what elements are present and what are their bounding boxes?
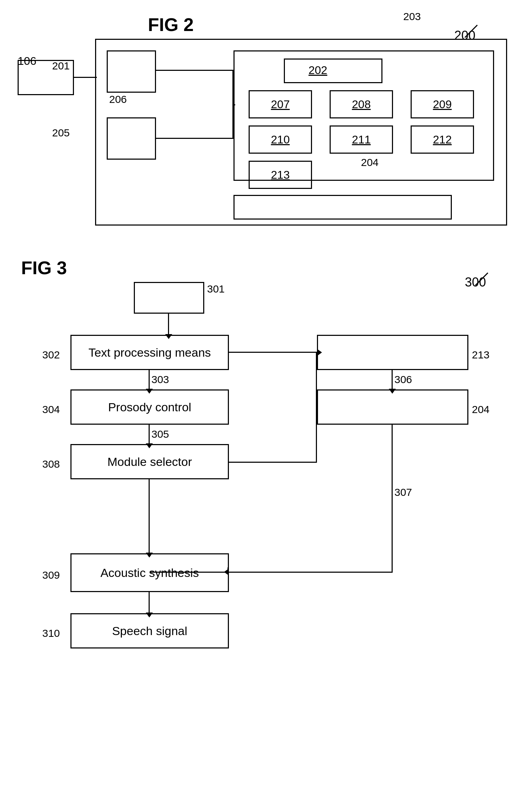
label-204-right: 204: [472, 404, 490, 416]
line-204-to-acoustic-v: [392, 425, 393, 573]
block-204-right: [317, 389, 468, 425]
block-207: 207: [249, 90, 312, 118]
block-202: [284, 59, 382, 83]
label-202: 202: [308, 64, 327, 77]
block-208: 208: [330, 90, 393, 118]
arrow-308-309: [149, 479, 150, 553]
label-201: 201: [52, 60, 70, 72]
block-213-right: [317, 335, 468, 370]
label-206: 206: [109, 93, 127, 105]
label-205: 205: [52, 127, 70, 139]
block-211: 211: [330, 125, 393, 154]
label-213-right: 213: [472, 349, 490, 361]
label-302: 302: [42, 349, 60, 361]
line-106-outer: [74, 77, 97, 78]
arrow-302-304: [149, 370, 150, 389]
block-213: 213: [249, 161, 312, 189]
line-204-to-acoustic-h: [150, 572, 393, 573]
block-210: 210: [249, 125, 312, 154]
label-307: 307: [394, 486, 412, 498]
block-212: 212: [411, 125, 474, 154]
label-309: 309: [42, 569, 60, 581]
label-106: 106: [18, 55, 36, 68]
line-308-to-junction: [229, 462, 317, 463]
block-201: [107, 50, 156, 93]
block-204: [233, 195, 452, 220]
block-309: Acoustic synthesis: [70, 553, 229, 592]
label-306: 306: [394, 374, 412, 386]
block-301: [134, 282, 204, 314]
label-304: 304: [42, 404, 60, 416]
acoustic-synthesis-label: Acoustic synthesis: [100, 566, 199, 580]
fig2-outer-box: 202 207 208 209 210 211: [95, 39, 507, 226]
label-301: 301: [207, 283, 225, 295]
arrow-304-308: [149, 425, 150, 444]
module-selector-label: Module selector: [107, 455, 192, 469]
fig2-line-201-right: [156, 70, 233, 71]
block-310: Speech signal: [70, 613, 229, 648]
arrow-301-302: [168, 314, 169, 335]
block-308: Module selector: [70, 444, 229, 479]
arrow-302-to-213: [229, 352, 318, 353]
speech-signal-label: Speech signal: [112, 624, 187, 638]
fig2-title: FIG 2: [148, 14, 194, 35]
arrow-to-acoustic-head: [224, 568, 229, 576]
arrow-to-213-block: [313, 352, 318, 353]
prosody-control-label: Prosody control: [108, 400, 191, 414]
block-205: [107, 117, 156, 160]
label-303: 303: [151, 374, 169, 386]
label-310: 310: [42, 627, 60, 639]
line-junction-to-213: [316, 352, 317, 463]
fig2-line-205-right: [156, 138, 233, 139]
block-209: 209: [411, 90, 474, 118]
text-processing-label: Text processing means: [88, 346, 211, 359]
label-204: 204: [361, 156, 379, 168]
label-308: 308: [42, 458, 60, 470]
arrow-309-310: [149, 592, 150, 613]
block-302: Text processing means: [70, 335, 229, 370]
arrow-213-204: [392, 370, 393, 389]
label-203: 203: [403, 11, 421, 23]
block-304: Prosody control: [70, 389, 229, 425]
label-305: 305: [151, 428, 169, 440]
fig3-title: FIG 3: [21, 257, 67, 278]
